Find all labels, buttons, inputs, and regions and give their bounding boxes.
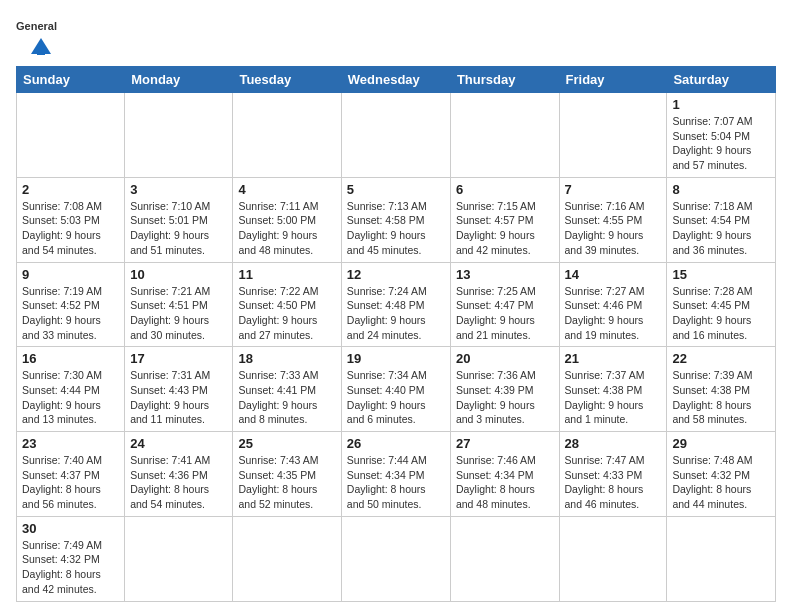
calendar-cell: 14Sunrise: 7:27 AM Sunset: 4:46 PM Dayli…	[559, 262, 667, 347]
calendar-cell: 16Sunrise: 7:30 AM Sunset: 4:44 PM Dayli…	[17, 347, 125, 432]
day-info: Sunrise: 7:15 AM Sunset: 4:57 PM Dayligh…	[456, 199, 554, 258]
day-info: Sunrise: 7:28 AM Sunset: 4:45 PM Dayligh…	[672, 284, 770, 343]
day-number: 17	[130, 351, 227, 366]
day-number: 8	[672, 182, 770, 197]
svg-text:General: General	[16, 20, 57, 32]
calendar-cell: 13Sunrise: 7:25 AM Sunset: 4:47 PM Dayli…	[450, 262, 559, 347]
page-header: General	[16, 16, 776, 56]
day-info: Sunrise: 7:39 AM Sunset: 4:38 PM Dayligh…	[672, 368, 770, 427]
calendar-cell	[341, 93, 450, 178]
svg-rect-2	[37, 46, 45, 55]
day-info: Sunrise: 7:33 AM Sunset: 4:41 PM Dayligh…	[238, 368, 335, 427]
calendar-cell: 11Sunrise: 7:22 AM Sunset: 4:50 PM Dayli…	[233, 262, 341, 347]
day-info: Sunrise: 7:48 AM Sunset: 4:32 PM Dayligh…	[672, 453, 770, 512]
weekday-header-sunday: Sunday	[17, 67, 125, 93]
calendar-cell	[233, 516, 341, 601]
day-number: 15	[672, 267, 770, 282]
day-info: Sunrise: 7:25 AM Sunset: 4:47 PM Dayligh…	[456, 284, 554, 343]
day-info: Sunrise: 7:37 AM Sunset: 4:38 PM Dayligh…	[565, 368, 662, 427]
day-info: Sunrise: 7:30 AM Sunset: 4:44 PM Dayligh…	[22, 368, 119, 427]
day-number: 22	[672, 351, 770, 366]
calendar-cell: 8Sunrise: 7:18 AM Sunset: 4:54 PM Daylig…	[667, 177, 776, 262]
day-info: Sunrise: 7:10 AM Sunset: 5:01 PM Dayligh…	[130, 199, 227, 258]
calendar-week-row: 1Sunrise: 7:07 AM Sunset: 5:04 PM Daylig…	[17, 93, 776, 178]
calendar-cell: 5Sunrise: 7:13 AM Sunset: 4:58 PM Daylig…	[341, 177, 450, 262]
calendar-week-row: 30Sunrise: 7:49 AM Sunset: 4:32 PM Dayli…	[17, 516, 776, 601]
day-number: 16	[22, 351, 119, 366]
day-number: 21	[565, 351, 662, 366]
calendar-cell	[667, 516, 776, 601]
day-number: 27	[456, 436, 554, 451]
day-info: Sunrise: 7:18 AM Sunset: 4:54 PM Dayligh…	[672, 199, 770, 258]
weekday-header-friday: Friday	[559, 67, 667, 93]
calendar-table: SundayMondayTuesdayWednesdayThursdayFrid…	[16, 66, 776, 602]
calendar-cell	[450, 93, 559, 178]
calendar-cell	[125, 516, 233, 601]
calendar-cell: 1Sunrise: 7:07 AM Sunset: 5:04 PM Daylig…	[667, 93, 776, 178]
weekday-header-saturday: Saturday	[667, 67, 776, 93]
calendar-cell: 25Sunrise: 7:43 AM Sunset: 4:35 PM Dayli…	[233, 432, 341, 517]
day-info: Sunrise: 7:40 AM Sunset: 4:37 PM Dayligh…	[22, 453, 119, 512]
calendar-cell: 22Sunrise: 7:39 AM Sunset: 4:38 PM Dayli…	[667, 347, 776, 432]
calendar-cell: 24Sunrise: 7:41 AM Sunset: 4:36 PM Dayli…	[125, 432, 233, 517]
calendar-cell: 17Sunrise: 7:31 AM Sunset: 4:43 PM Dayli…	[125, 347, 233, 432]
day-info: Sunrise: 7:41 AM Sunset: 4:36 PM Dayligh…	[130, 453, 227, 512]
day-number: 11	[238, 267, 335, 282]
calendar-cell	[559, 516, 667, 601]
day-info: Sunrise: 7:47 AM Sunset: 4:33 PM Dayligh…	[565, 453, 662, 512]
day-number: 14	[565, 267, 662, 282]
calendar-cell: 26Sunrise: 7:44 AM Sunset: 4:34 PM Dayli…	[341, 432, 450, 517]
calendar-cell: 21Sunrise: 7:37 AM Sunset: 4:38 PM Dayli…	[559, 347, 667, 432]
calendar-week-row: 9Sunrise: 7:19 AM Sunset: 4:52 PM Daylig…	[17, 262, 776, 347]
day-number: 3	[130, 182, 227, 197]
calendar-cell: 6Sunrise: 7:15 AM Sunset: 4:57 PM Daylig…	[450, 177, 559, 262]
calendar-cell: 27Sunrise: 7:46 AM Sunset: 4:34 PM Dayli…	[450, 432, 559, 517]
day-info: Sunrise: 7:19 AM Sunset: 4:52 PM Dayligh…	[22, 284, 119, 343]
day-number: 2	[22, 182, 119, 197]
calendar-cell: 4Sunrise: 7:11 AM Sunset: 5:00 PM Daylig…	[233, 177, 341, 262]
day-number: 29	[672, 436, 770, 451]
weekday-header-tuesday: Tuesday	[233, 67, 341, 93]
day-info: Sunrise: 7:11 AM Sunset: 5:00 PM Dayligh…	[238, 199, 335, 258]
weekday-header-thursday: Thursday	[450, 67, 559, 93]
calendar-cell: 19Sunrise: 7:34 AM Sunset: 4:40 PM Dayli…	[341, 347, 450, 432]
calendar-cell: 30Sunrise: 7:49 AM Sunset: 4:32 PM Dayli…	[17, 516, 125, 601]
day-number: 23	[22, 436, 119, 451]
day-info: Sunrise: 7:08 AM Sunset: 5:03 PM Dayligh…	[22, 199, 119, 258]
calendar-cell: 10Sunrise: 7:21 AM Sunset: 4:51 PM Dayli…	[125, 262, 233, 347]
day-number: 10	[130, 267, 227, 282]
day-number: 5	[347, 182, 445, 197]
day-info: Sunrise: 7:24 AM Sunset: 4:48 PM Dayligh…	[347, 284, 445, 343]
calendar-cell: 2Sunrise: 7:08 AM Sunset: 5:03 PM Daylig…	[17, 177, 125, 262]
day-number: 20	[456, 351, 554, 366]
day-info: Sunrise: 7:22 AM Sunset: 4:50 PM Dayligh…	[238, 284, 335, 343]
calendar-cell: 9Sunrise: 7:19 AM Sunset: 4:52 PM Daylig…	[17, 262, 125, 347]
day-number: 19	[347, 351, 445, 366]
day-info: Sunrise: 7:27 AM Sunset: 4:46 PM Dayligh…	[565, 284, 662, 343]
calendar-cell	[17, 93, 125, 178]
day-info: Sunrise: 7:16 AM Sunset: 4:55 PM Dayligh…	[565, 199, 662, 258]
generalblue-logo-svg: General	[16, 16, 66, 56]
calendar-cell	[341, 516, 450, 601]
calendar-cell: 12Sunrise: 7:24 AM Sunset: 4:48 PM Dayli…	[341, 262, 450, 347]
weekday-header-wednesday: Wednesday	[341, 67, 450, 93]
calendar-cell: 3Sunrise: 7:10 AM Sunset: 5:01 PM Daylig…	[125, 177, 233, 262]
calendar-cell	[125, 93, 233, 178]
calendar-cell: 18Sunrise: 7:33 AM Sunset: 4:41 PM Dayli…	[233, 347, 341, 432]
day-info: Sunrise: 7:34 AM Sunset: 4:40 PM Dayligh…	[347, 368, 445, 427]
logo: General	[16, 16, 66, 56]
day-number: 26	[347, 436, 445, 451]
calendar-cell: 29Sunrise: 7:48 AM Sunset: 4:32 PM Dayli…	[667, 432, 776, 517]
calendar-header-row: SundayMondayTuesdayWednesdayThursdayFrid…	[17, 67, 776, 93]
day-number: 12	[347, 267, 445, 282]
calendar-cell: 28Sunrise: 7:47 AM Sunset: 4:33 PM Dayli…	[559, 432, 667, 517]
calendar-cell: 7Sunrise: 7:16 AM Sunset: 4:55 PM Daylig…	[559, 177, 667, 262]
calendar-week-row: 23Sunrise: 7:40 AM Sunset: 4:37 PM Dayli…	[17, 432, 776, 517]
calendar-cell	[233, 93, 341, 178]
calendar-cell: 23Sunrise: 7:40 AM Sunset: 4:37 PM Dayli…	[17, 432, 125, 517]
day-number: 28	[565, 436, 662, 451]
day-info: Sunrise: 7:07 AM Sunset: 5:04 PM Dayligh…	[672, 114, 770, 173]
day-number: 13	[456, 267, 554, 282]
day-number: 18	[238, 351, 335, 366]
day-info: Sunrise: 7:13 AM Sunset: 4:58 PM Dayligh…	[347, 199, 445, 258]
